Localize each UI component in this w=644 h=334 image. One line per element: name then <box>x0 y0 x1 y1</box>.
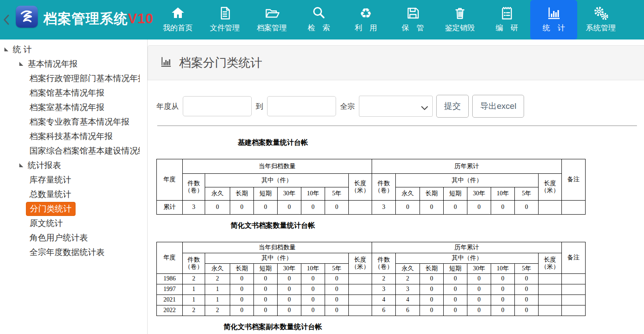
year-to-input[interactable] <box>267 96 336 116</box>
nav-item-label: 利 用 <box>355 23 377 33</box>
document-icon <box>217 4 233 22</box>
sidebar-item-prof-edu-annual[interactable]: 档案专业教育基本情况年报 <box>0 115 140 129</box>
sidebar-item-label: 档案科技基本情况年报 <box>29 131 113 142</box>
fonds-select[interactable] <box>359 96 433 117</box>
cell <box>539 305 562 316</box>
nav-item-search[interactable]: 检 索 <box>295 0 342 40</box>
cell <box>539 274 562 284</box>
cell: 30年 <box>278 187 301 201</box>
cell: 短期 <box>444 264 467 274</box>
cell: 0 <box>467 201 491 215</box>
page-title: 档案分门类统计 <box>179 55 262 71</box>
cell: 当年归档数量 <box>183 159 372 174</box>
cell: 件数（卷） <box>183 253 205 274</box>
sidebar-item-label: 统计报表 <box>28 160 61 171</box>
cell: 0 <box>444 274 467 284</box>
export-excel-button[interactable]: 导出excel <box>472 95 524 118</box>
cell: 0 <box>254 201 278 215</box>
nav-item-label: 文件管理 <box>210 23 240 33</box>
cell: 长度（米） <box>539 174 562 201</box>
cell: 6 <box>396 305 420 316</box>
cell: 0 <box>515 284 539 295</box>
cell: 30年 <box>467 187 491 201</box>
cell: 0 <box>230 284 254 295</box>
cell: 0 <box>420 295 444 305</box>
nav-item-label: 编 研 <box>496 23 518 33</box>
sidebar-item-inventory-stat[interactable]: 库存量统计 <box>0 172 140 187</box>
nav-item-statistics[interactable]: 统 计 <box>530 0 577 40</box>
cell: 1 <box>183 284 205 295</box>
sidebar-item-stat-reports[interactable]: 统计报表 <box>0 158 140 172</box>
tree-expander-icon[interactable] <box>19 62 23 66</box>
sidebar-item-category-stat[interactable]: 分门类统计 <box>0 201 140 216</box>
sidebar-item-label: 档案馆基本情况年报 <box>29 87 105 99</box>
cell: 0 <box>325 284 349 295</box>
cell: 永久 <box>205 264 230 274</box>
sidebar-item-original-stat[interactable]: 原文统计 <box>0 216 140 230</box>
cell: 5年 <box>325 264 349 274</box>
cell: 其中（件） <box>396 253 539 264</box>
cell: 备注 <box>562 159 586 201</box>
nav-item-compile-research[interactable]: 编 研 <box>483 0 530 40</box>
cell: 2 <box>205 305 230 316</box>
table-title: 简化文书档案数量统计台帐 <box>156 221 389 230</box>
cell <box>349 274 372 284</box>
cell: 0 <box>467 305 491 316</box>
save-icon <box>405 4 421 22</box>
cell: 0 <box>515 274 539 284</box>
nav-item-keep[interactable]: 保 管 <box>389 0 436 40</box>
table-title: 基建档案数量统计台帐 <box>156 138 389 147</box>
cell: 2 <box>183 305 205 316</box>
sidebar-item-national-archive-construction[interactable]: 国家综合档案馆基本建设情况统计年报 <box>0 144 140 158</box>
sidebar-item-statistics[interactable]: 统 计 <box>0 42 140 57</box>
sidebar-item-archive-room-annual[interactable]: 档案室基本情况年报 <box>0 100 140 115</box>
table-row: 累计30000003000000 <box>157 201 586 215</box>
tree-expander-icon[interactable] <box>4 47 8 51</box>
nav-item-archive-mgmt[interactable]: 档案管理 <box>248 0 295 40</box>
cell: 0 <box>254 305 278 316</box>
sidebar-item-label: 国家综合档案馆基本建设情况统计年报 <box>29 145 140 157</box>
sidebar-item-admin-dept-annual[interactable]: 档案行政管理部门基本情况年报 <box>0 71 140 86</box>
cell: 长度（米） <box>349 253 372 274</box>
nav-item-appraisal-destroy[interactable]: 鉴定销毁 <box>436 0 483 40</box>
submit-button[interactable]: 提交 <box>436 95 469 118</box>
sidebar-item-sci-tech-annual[interactable]: 档案科技基本情况年报 <box>0 129 140 144</box>
app-logo-icon <box>16 6 38 28</box>
cell: 长期 <box>230 187 254 201</box>
cell: 2 <box>183 274 205 284</box>
sidebar-item-fonds-year-stat[interactable]: 全宗年度数据统计表 <box>0 245 140 259</box>
filter-row: 年度从 到 全宗 提交 导出excel <box>156 95 644 118</box>
nav-item-home[interactable]: 我的首页 <box>154 0 201 40</box>
cell: 2 <box>205 274 230 284</box>
app-version: V10 <box>128 11 153 26</box>
cell: 0 <box>396 201 420 215</box>
back-chevron-icon[interactable] <box>0 0 13 40</box>
sidebar-item-archive-hall-annual[interactable]: 档案馆基本情况年报 <box>0 86 140 100</box>
nav-item-system-mgmt[interactable]: 系统管理 <box>577 0 624 40</box>
cell: 当年归档数量 <box>183 242 372 253</box>
tree-expander-icon[interactable] <box>19 163 23 167</box>
app-title: 档案管理系统V10 <box>43 10 153 28</box>
cell: 0 <box>420 274 444 284</box>
sidebar-item-label: 原文统计 <box>29 218 63 229</box>
cell: 0 <box>325 295 349 305</box>
nav-item-label: 统 计 <box>543 23 565 33</box>
cell: 0 <box>491 305 515 316</box>
cell: 0 <box>491 295 515 305</box>
nav-item-use[interactable]: ♻利 用 <box>342 0 389 40</box>
cell: 4 <box>396 295 420 305</box>
cell: 3 <box>183 201 205 215</box>
cell: 0 <box>467 274 491 284</box>
cell: 5年 <box>515 264 539 274</box>
sidebar: 统 计基本情况年报档案行政管理部门基本情况年报档案馆基本情况年报档案室基本情况年… <box>0 40 147 334</box>
cell: 其中（件） <box>396 174 539 187</box>
cell: 短期 <box>444 187 467 201</box>
year-from-input[interactable] <box>183 96 252 116</box>
nav-item-file-mgmt[interactable]: 文件管理 <box>201 0 248 40</box>
sidebar-item-role-user-stat[interactable]: 角色用户统计表 <box>0 230 140 245</box>
cell <box>562 201 586 215</box>
sidebar-item-basic-annual-report[interactable]: 基本情况年报 <box>0 57 140 71</box>
sidebar-item-total-stat[interactable]: 总数量统计 <box>0 187 140 201</box>
cell: 年度 <box>157 242 183 274</box>
cell: 长期 <box>420 264 444 274</box>
